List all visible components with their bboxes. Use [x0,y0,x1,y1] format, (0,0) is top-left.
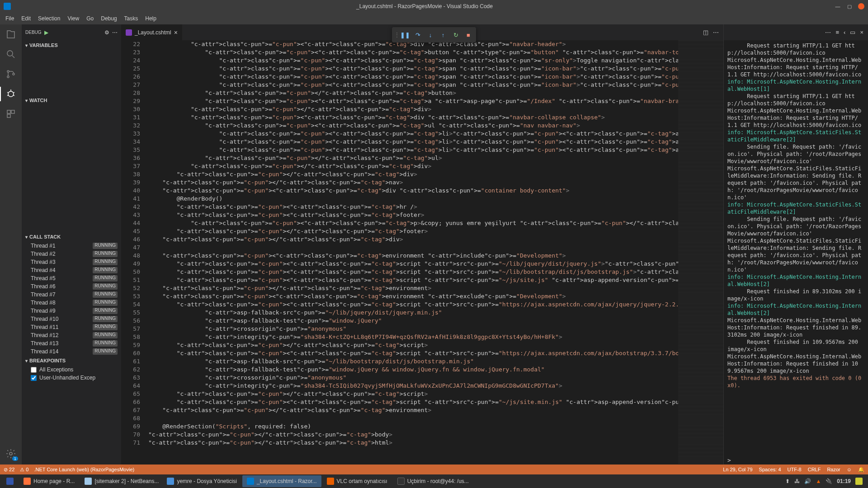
watch-header[interactable]: ▾ WATCH [22,95,121,105]
split-editor-icon[interactable]: ◫ [703,29,708,36]
explorer-icon[interactable] [5,28,17,41]
panel-more-icon[interactable]: ⋯ [825,29,831,36]
thread-row[interactable]: Thread #12RUNNING [22,331,121,339]
tray-1-icon[interactable]: ⬆ [785,478,790,484]
thread-row[interactable]: Thread #6RUNNING [22,282,121,291]
debug-icon[interactable] [5,88,17,100]
taskbar-item[interactable]: Home page - R... [19,475,79,487]
tray-volume-icon[interactable]: 🔊 [804,478,811,484]
menu-file[interactable]: File [2,14,18,23]
minimize-button[interactable]: — [835,3,841,9]
debug-toolbar[interactable]: ⋮⋮ ❚❚ ↷ ↓ ↑ ↻ ■ [392,27,476,42]
drag-handle-icon[interactable]: ⋮⋮ [394,29,398,41]
status-feedback-icon[interactable]: ☺ [847,467,852,473]
bp-all-checkbox[interactable] [31,367,37,373]
stop-button[interactable]: ■ [462,29,474,41]
scm-icon[interactable] [5,68,17,80]
thread-row[interactable]: Thread #10RUNNING [22,315,121,323]
status-launch-config[interactable]: .NET Core Launch (web) (RazorPagesMovie) [34,467,134,472]
status-encoding[interactable]: UTF-8 [788,467,802,473]
menu-debug[interactable]: Debug [97,14,120,23]
thread-row[interactable]: Thread #4RUNNING [22,266,121,274]
taskbar-item[interactable]: Uçbirim - root@y44: /us... [393,475,473,487]
status-warnings[interactable]: ⚠ 0 [20,467,28,473]
tray-user-icon[interactable] [855,478,863,485]
debug-sidebar: DEBUG ▶ ⚙ ⋯ ▾ VARIABLES ▾ WATCH ▾ CALL S… [22,24,121,465]
callstack-list: Thread #1RUNNINGThread #2RUNNINGThread #… [22,242,121,356]
tray-vlc-icon[interactable]: ▲ [816,478,821,484]
window-title: _Layout.cshtml - RazorPagesMovie - Visua… [14,3,835,9]
minimap[interactable] [678,40,723,465]
variables-header[interactable]: ▾ VARIABLES [22,40,121,50]
thread-row[interactable]: Thread #9RUNNING [22,307,121,315]
step-over-button[interactable]: ↷ [412,29,424,41]
thread-row[interactable]: Thread #8RUNNING [22,299,121,307]
titlebar: _Layout.cshtml - RazorPagesMovie - Visua… [0,0,868,13]
close-button[interactable] [858,3,864,9]
step-into-button[interactable]: ↓ [425,29,436,41]
panel-back-icon[interactable]: ‹ [844,29,845,36]
thread-row[interactable]: Thread #11RUNNING [22,323,121,331]
status-errors[interactable]: ⊘ 22 [4,467,14,473]
breakpoints-header[interactable]: ▾ BREAKPOINTS [22,356,121,366]
menu-view[interactable]: View [64,14,83,23]
start-debug-button[interactable]: ▶ [44,29,48,36]
app-icon [247,478,254,485]
extensions-icon[interactable] [5,108,17,120]
menu-help[interactable]: Help [142,14,160,23]
bp-user-unhandled[interactable]: User-Unhandled Excep [22,374,121,382]
status-bell-icon[interactable]: 🔔 [858,467,864,473]
app-icon [167,478,174,485]
svg-rect-11 [7,110,10,113]
tray-clock[interactable]: 01:19 [837,478,851,484]
thread-row[interactable]: Thread #3RUNNING [22,258,121,266]
menu-selection[interactable]: Selection [34,14,64,23]
status-language[interactable]: Razor [827,467,840,473]
callstack-header[interactable]: ▾ CALL STACK [22,232,121,242]
svg-rect-13 [7,114,10,117]
status-spaces[interactable]: Spaces: 4 [759,467,781,473]
status-eol[interactable]: CRLF [808,467,821,473]
thread-row[interactable]: Thread #13RUNNING [22,339,121,347]
menu-tasks[interactable]: Tasks [121,14,142,23]
tab-layout-cshtml[interactable]: _Layout.cshtml × [121,24,183,40]
search-icon[interactable] [5,48,17,61]
file-icon [126,29,132,36]
taskbar-menu-button[interactable] [2,475,18,487]
panel-layout-icon[interactable]: ▭ [850,29,855,36]
status-lncol[interactable]: Ln 29, Col 79 [723,467,752,473]
tray-network-icon[interactable]: 🖧 [794,478,800,484]
thread-row[interactable]: Thread #14RUNNING [22,347,121,356]
statusbar: ⊘ 22 ⚠ 0 .NET Core Launch (web) (RazorPa… [0,465,868,474]
bp-all-exceptions[interactable]: All Exceptions [22,366,121,374]
settings-icon[interactable]: 1 [5,447,17,460]
menu-edit[interactable]: Edit [18,14,34,23]
step-out-button[interactable]: ↑ [437,29,449,41]
taskbar-item[interactable]: VLC ortam oynatıcısı [322,475,392,487]
menu-go[interactable]: Go [83,14,97,23]
pause-button[interactable]: ❚❚ [399,29,411,41]
panel-close-icon[interactable]: × [860,29,863,36]
more-actions-icon[interactable]: ⋯ [713,29,719,36]
taskbar-item[interactable]: [sitemaker 2] - NetBeans... [80,475,161,487]
tab-close-icon[interactable]: × [174,29,178,36]
settings-badge: 1 [12,456,18,461]
debug-console-input[interactable]: > [724,456,868,465]
bp-unh-checkbox[interactable] [31,375,37,381]
debug-more-icon[interactable]: ⋯ [112,29,118,36]
thread-row[interactable]: Thread #5RUNNING [22,274,121,282]
editor-body[interactable]: 2223242526272829303132333435363738394041… [121,40,723,465]
thread-row[interactable]: Thread #7RUNNING [22,291,121,299]
tray-battery-icon[interactable]: 🔌 [826,478,832,484]
maximize-button[interactable]: ▢ [846,3,853,9]
taskbar-item[interactable]: _Layout.cshtml - Razor... [242,475,321,487]
restart-button[interactable]: ↻ [450,29,462,41]
thread-row[interactable]: Thread #2RUNNING [22,250,121,258]
taskbar-item[interactable]: yemre - Dosya Yöneticisi [162,475,241,487]
debug-console-output[interactable]: Request starting HTTP/1.1 GET http://loc… [724,40,868,456]
code-area[interactable]: "c-attr">class"c-pun">="c-pun"><"c-attr"… [148,40,678,465]
word-wrap-icon[interactable]: ≡ [835,29,839,36]
debug-config-gear-icon[interactable]: ⚙ [104,29,109,36]
menu-icon [6,478,14,485]
thread-row[interactable]: Thread #1RUNNING [22,242,121,250]
